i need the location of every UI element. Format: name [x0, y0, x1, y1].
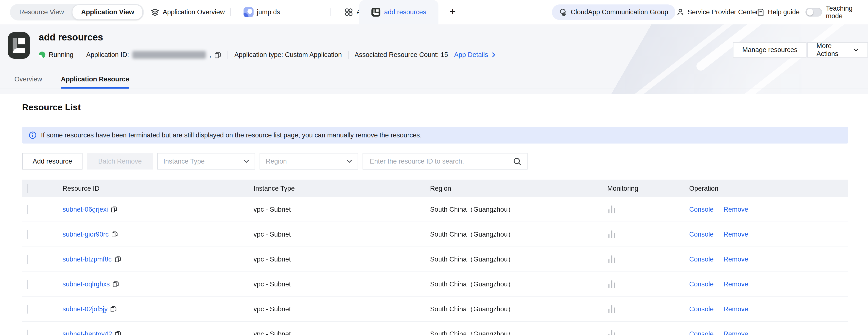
resource-table: Resource ID Instance Type Region Monitor…	[22, 179, 848, 335]
operation-link[interactable]: Console	[689, 205, 713, 213]
column-header-monitoring: Monitoring	[607, 185, 689, 192]
operation-link[interactable]: Remove	[723, 280, 748, 288]
person-icon	[677, 8, 684, 16]
tab-add-resources[interactable]: add resources	[359, 0, 438, 24]
help-guide[interactable]: Help guide	[757, 0, 800, 24]
copy-icon[interactable]	[111, 206, 117, 213]
region-cell: South China（Guangzhou）	[430, 329, 607, 335]
search-input[interactable]	[369, 157, 513, 166]
divider	[348, 51, 348, 59]
copy-icon[interactable]	[111, 306, 117, 312]
operation-link[interactable]: Remove	[723, 255, 748, 263]
operation-link[interactable]: Console	[689, 255, 713, 263]
row-checkbox[interactable]	[27, 255, 28, 264]
monitoring-chart-icon[interactable]	[609, 305, 689, 313]
new-tab-button[interactable]: +	[450, 5, 456, 18]
instance-type-cell: vpc - Subnet	[254, 230, 430, 238]
monitoring-chart-icon[interactable]	[609, 230, 689, 238]
operation-link[interactable]: Console	[689, 305, 713, 313]
resource-view-toggle[interactable]: Resource View	[11, 5, 72, 19]
app-grid-icon	[344, 8, 353, 17]
app-icon-large	[8, 32, 30, 59]
resource-id-link[interactable]: subnet-02jof5jy	[63, 305, 108, 313]
document-icon	[757, 8, 765, 16]
tab-label: add resources	[384, 8, 426, 16]
more-actions-label: More Actions	[816, 42, 849, 58]
chevron-right-icon	[491, 52, 495, 57]
row-checkbox[interactable]	[27, 205, 28, 214]
chevron-down-icon	[244, 160, 249, 163]
row-checkbox[interactable]	[27, 305, 28, 313]
resource-count: Associated Resource Count: 15	[354, 51, 448, 59]
resource-id-link[interactable]: subnet-oqlrghxs	[63, 280, 110, 288]
application-id: Application ID: ,	[86, 51, 222, 59]
layers-icon	[151, 8, 159, 17]
operation-link[interactable]: Console	[689, 280, 713, 288]
instance-type-cell: vpc - Subnet	[254, 205, 430, 213]
communication-group-button[interactable]: CloudApp Communication Group	[552, 4, 675, 20]
search-icon[interactable]	[513, 157, 522, 166]
operation-link[interactable]: Remove	[723, 230, 748, 238]
operation-link[interactable]: Console	[689, 230, 713, 238]
application-view-toggle[interactable]: Application View	[72, 4, 143, 20]
communication-group-label: CloudApp Communication Group	[571, 8, 669, 16]
tab-overview[interactable]: Overview	[14, 70, 42, 88]
operation-link[interactable]: Remove	[723, 205, 748, 213]
teaching-mode-toggle[interactable]	[805, 8, 822, 17]
region-cell: South China（Guangzhou）	[430, 304, 607, 314]
copy-icon[interactable]	[214, 51, 222, 58]
row-checkbox[interactable]	[27, 280, 28, 289]
resource-id-link[interactable]: subnet-heptoy42	[63, 330, 112, 335]
monitoring-chart-icon[interactable]	[609, 280, 689, 288]
page: Resource View Application View Applicati…	[0, 0, 868, 335]
app-icon-small	[371, 8, 380, 17]
operation-link[interactable]: Remove	[723, 330, 748, 335]
app-details-link[interactable]: App Details	[454, 51, 495, 59]
monitoring-chart-icon[interactable]	[609, 255, 689, 263]
chevron-down-icon	[854, 48, 859, 51]
copy-icon[interactable]	[114, 256, 121, 263]
copy-icon[interactable]	[112, 231, 118, 238]
resource-id-link[interactable]: subnet-btzpmf8c	[63, 255, 112, 263]
operation-link[interactable]: Remove	[723, 305, 748, 313]
more-actions-button[interactable]: More Actions	[807, 42, 868, 58]
copy-icon[interactable]	[115, 331, 122, 335]
manage-resources-button[interactable]: Manage resources	[733, 42, 807, 58]
application-meta: Running Application ID: , Application ty…	[39, 50, 495, 59]
row-checkbox[interactable]	[27, 230, 28, 239]
teaching-mode-label: Teaching mode	[826, 0, 868, 24]
resource-id-link[interactable]: subnet-gior90rc	[63, 230, 109, 238]
table-row: subnet-btzpmf8c vpc - Subnet South China…	[22, 247, 848, 272]
nav-application-overview[interactable]: Application Overview	[151, 0, 225, 24]
divider	[80, 51, 80, 59]
monitoring-chart-icon[interactable]	[609, 330, 689, 335]
resource-id-link[interactable]: subnet-06grjexi	[63, 205, 108, 213]
column-header-region: Region	[430, 185, 607, 192]
instance-type-cell: vpc - Subnet	[254, 305, 430, 313]
batch-remove-button[interactable]: Batch Remove	[87, 153, 153, 169]
select-all-checkbox[interactable]	[27, 184, 28, 193]
nav-jump-ds[interactable]: jump ds	[244, 0, 280, 24]
jump-ds-icon	[244, 7, 253, 17]
instance-type-select[interactable]: Instance Type	[157, 153, 255, 169]
table-header-row: Resource ID Instance Type Region Monitor…	[22, 179, 848, 197]
monitoring-chart-icon[interactable]	[609, 205, 689, 213]
table-row: subnet-06grjexi vpc - Subnet South China…	[22, 197, 848, 222]
region-select[interactable]: Region	[260, 153, 358, 169]
info-icon	[29, 131, 36, 139]
application-id-redacted	[132, 51, 206, 59]
table-row: subnet-gior90rc vpc - Subnet South China…	[22, 222, 848, 247]
application-id-label: Application ID:	[86, 51, 129, 59]
divider	[228, 51, 228, 59]
instance-type-placeholder: Instance Type	[163, 158, 205, 165]
tab-application-resource[interactable]: Application Resource	[61, 70, 129, 88]
row-checkbox[interactable]	[27, 330, 28, 335]
copy-icon[interactable]	[113, 281, 119, 288]
application-header: add resources Running Application ID: , …	[0, 24, 868, 94]
operation-link[interactable]: Console	[689, 330, 713, 335]
service-provider-center[interactable]: Service Provider Center	[677, 0, 758, 24]
running-status-icon	[39, 52, 45, 58]
add-resource-button[interactable]: Add resource	[22, 153, 83, 169]
app-details-label: App Details	[454, 51, 488, 59]
region-cell: South China（Guangzhou）	[430, 255, 607, 264]
